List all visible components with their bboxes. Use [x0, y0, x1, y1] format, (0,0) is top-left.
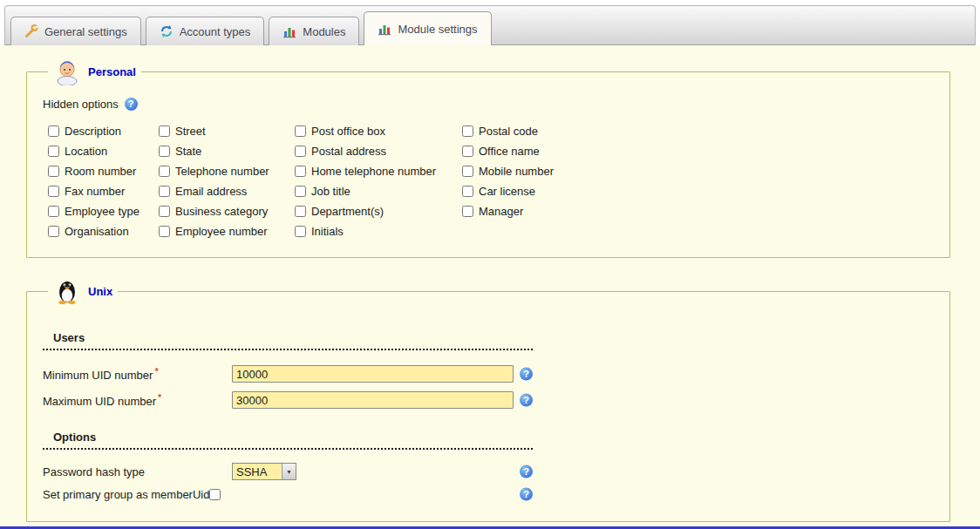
checkbox-input[interactable]	[295, 206, 306, 217]
checkbox-car-license[interactable]: Car license	[462, 181, 934, 201]
tab-general-settings[interactable]: General settings	[10, 17, 141, 45]
checkbox-label: Email address	[175, 185, 247, 198]
password-hash-help-icon[interactable]: ?	[520, 465, 533, 478]
checkbox-label: Fax number	[65, 185, 125, 198]
member-uid-checkbox[interactable]	[209, 489, 221, 500]
hidden-options-row: Hidden options ?	[43, 98, 934, 111]
max-uid-help-icon[interactable]: ?	[520, 394, 533, 407]
checkbox-employee-type[interactable]: Employee type	[48, 201, 159, 221]
checkbox-input[interactable]	[48, 166, 59, 177]
password-hash-select[interactable]: SSHA ▼	[232, 463, 296, 480]
checkbox-organisation[interactable]: Organisation	[48, 221, 159, 241]
page: General settings Account types	[0, 0, 980, 529]
checkbox-label: Description	[65, 125, 121, 138]
checkbox-label: Employee number	[175, 225, 268, 238]
max-uid-input[interactable]	[232, 391, 514, 409]
checkbox-office-name[interactable]: Office name	[462, 141, 934, 161]
checkbox-input[interactable]	[159, 125, 170, 137]
checkbox-employee-number[interactable]: Employee number	[159, 221, 295, 241]
checkbox-label: Car license	[479, 185, 535, 198]
checkbox-input[interactable]	[48, 125, 59, 137]
content-area: Personal Hidden options ? Description St…	[0, 45, 980, 529]
checkbox-label: Organisation	[65, 225, 129, 238]
min-uid-row: Minimum UID number* ?	[43, 361, 934, 387]
checkbox-input[interactable]	[48, 146, 59, 157]
checkbox-label: Employee type	[65, 205, 140, 218]
checkbox-input[interactable]	[159, 226, 170, 237]
checkbox-label: Home telephone number	[311, 165, 436, 178]
personal-section: Personal Hidden options ? Description St…	[26, 58, 950, 258]
tab-modules[interactable]: Modules	[269, 17, 359, 45]
tools-icon	[24, 24, 38, 38]
checkbox-input[interactable]	[159, 146, 170, 157]
checkbox-label: Department(s)	[311, 205, 384, 218]
users-section-header: Users	[43, 331, 533, 350]
hidden-options-label: Hidden options	[43, 98, 119, 111]
password-hash-label: Password hash type	[43, 465, 232, 478]
checkbox-input[interactable]	[159, 166, 170, 177]
checkbox-input[interactable]	[462, 206, 473, 217]
checkbox-room-number[interactable]: Room number	[48, 161, 159, 181]
required-asterisk: *	[158, 392, 161, 403]
checkbox-label: Job title	[311, 185, 350, 198]
tab-label: Account types	[180, 25, 251, 38]
member-uid-label: Set primary group as memberUid	[43, 488, 209, 501]
checkbox-input[interactable]	[159, 186, 170, 197]
checkbox-postal-code[interactable]: Postal code	[462, 121, 934, 141]
checkbox-initials[interactable]: Initials	[295, 221, 462, 241]
checkbox-postal-address[interactable]: Postal address	[295, 141, 462, 161]
member-uid-row: Set primary group as memberUid ?	[43, 483, 934, 505]
checkbox-input[interactable]	[462, 146, 473, 157]
checkbox-input[interactable]	[295, 226, 306, 237]
member-uid-help-icon[interactable]: ?	[520, 488, 533, 501]
checkbox-fax-number[interactable]: Fax number	[48, 181, 159, 201]
checkbox-input[interactable]	[462, 125, 473, 137]
checkbox-input[interactable]	[295, 186, 306, 197]
min-uid-help-icon[interactable]: ?	[520, 368, 533, 381]
checkbox-label: Location	[65, 145, 107, 158]
checkbox-input[interactable]	[48, 186, 59, 197]
checkbox-input[interactable]	[48, 206, 59, 217]
checkbox-street[interactable]: Street	[159, 121, 295, 141]
tux-penguin-icon	[53, 277, 81, 305]
checkbox-label: Business category	[175, 205, 268, 218]
checkbox-post-office-box[interactable]: Post office box	[295, 121, 462, 141]
select-value: SSHA	[233, 464, 282, 479]
checkbox-input[interactable]	[462, 166, 473, 177]
checkbox-state[interactable]: State	[159, 141, 295, 161]
checkbox-job-title[interactable]: Job title	[295, 181, 462, 201]
checkbox-location[interactable]: Location	[48, 141, 159, 161]
checkbox-label: Initials	[311, 225, 344, 238]
checkbox-label: Postal address	[311, 145, 386, 158]
unix-section: Unix Users Minimum UID number* ? Maximum…	[26, 277, 950, 522]
max-uid-row: Maximum UID number* ?	[43, 387, 934, 413]
tab-account-types[interactable]: Account types	[146, 17, 265, 45]
checkbox-description[interactable]: Description	[48, 121, 159, 141]
checkbox-input[interactable]	[295, 125, 306, 137]
checkbox-label: Telephone number	[175, 165, 269, 178]
min-uid-input[interactable]	[232, 365, 514, 383]
tab-label: Modules	[303, 25, 345, 38]
hidden-options-grid: Description Street Post office box Posta…	[48, 121, 934, 241]
checkbox-label: Post office box	[311, 125, 385, 138]
checkbox-home-telephone-number[interactable]: Home telephone number	[295, 161, 462, 181]
checkbox-input[interactable]	[295, 166, 306, 177]
checkbox-input[interactable]	[159, 206, 170, 217]
checkbox-mobile-number[interactable]: Mobile number	[462, 161, 934, 181]
tab-module-settings[interactable]: Module settings	[364, 11, 491, 45]
chevron-down-icon[interactable]: ▼	[282, 464, 296, 479]
checkbox-input[interactable]	[48, 226, 59, 237]
checkbox-email-address[interactable]: Email address	[159, 181, 295, 201]
checkbox-telephone-number[interactable]: Telephone number	[159, 161, 295, 181]
checkbox-business-category[interactable]: Business category	[159, 201, 295, 221]
checkbox-manager[interactable]: Manager	[462, 201, 934, 221]
checkbox-label: Office name	[479, 145, 540, 158]
checkbox-input[interactable]	[295, 146, 306, 157]
checkbox-departments[interactable]: Department(s)	[295, 201, 462, 221]
tab-bar: General settings Account types	[4, 5, 976, 45]
section-title: Personal	[88, 65, 136, 78]
checkbox-label: Room number	[65, 165, 136, 178]
hidden-options-help-icon[interactable]: ?	[125, 98, 138, 111]
checkbox-label: State	[175, 145, 201, 158]
checkbox-input[interactable]	[462, 186, 473, 197]
